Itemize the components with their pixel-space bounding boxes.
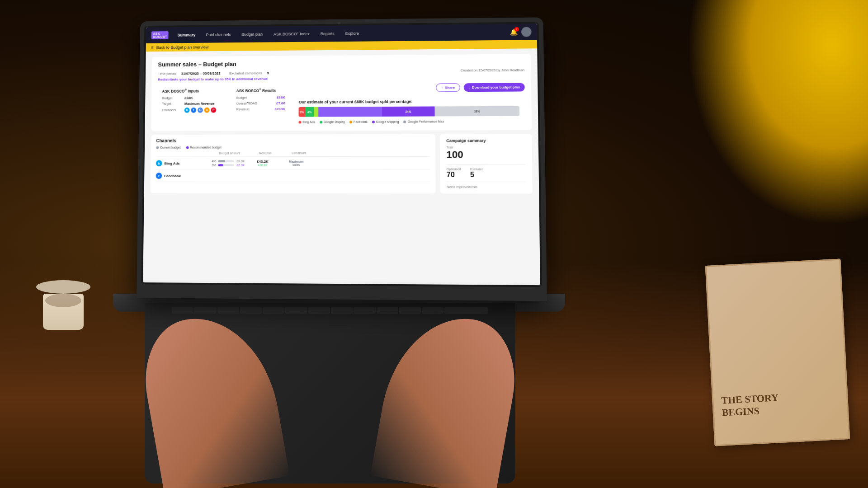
bing-current-track: [218, 160, 234, 162]
bottom-row: Channels Current budget Recommended budg…: [150, 134, 533, 194]
channels-legend: Current budget Recommended budget: [156, 145, 430, 149]
nav-summary[interactable]: Summary: [175, 32, 197, 38]
bing-constraint: Maximum sales: [281, 160, 312, 166]
channel-row-bing: b Bing Ads 4% £3.0K: [156, 157, 430, 170]
bing-recommended-pct: 3%: [209, 164, 216, 167]
budget-value: £68K: [184, 96, 193, 100]
col-budget-amount: Budget amount: [212, 151, 248, 155]
coffee-cup-area: [36, 280, 90, 330]
legend-bing: Bing Ads: [298, 120, 315, 123]
bing-name: Bing Ads: [164, 161, 179, 165]
cup: [43, 294, 84, 330]
google-icon: G: [198, 108, 203, 113]
bar-small: [314, 107, 318, 117]
page-title: Summer sales – Budget plan: [158, 58, 524, 68]
page-header: Summer sales – Budget plan Time period 3…: [151, 54, 532, 131]
logo-box: ASK BOSCO°: [151, 31, 169, 39]
bing-icon: b: [184, 108, 190, 113]
time-period-label: Time period: [158, 72, 176, 76]
share-icon: ↑: [441, 85, 443, 89]
meta-row: Time period 31/07/2023 – 05/08/2023 Excl…: [158, 68, 524, 75]
channels-label: Channels: [162, 108, 182, 112]
inputs-results-chart-row: ASK BOSCO® Inputs Budget £68K Target Max…: [157, 83, 525, 127]
campaign-total-value: 100: [446, 149, 525, 160]
yellow-chair-bg: [687, 0, 868, 226]
results-budget-value: £68K: [277, 95, 285, 99]
legend-perfmax-dot: [404, 120, 406, 123]
optimised-value: 70: [447, 171, 461, 179]
time-period-group: Time period 31/07/2023 – 05/08/2023: [158, 70, 221, 76]
channels-row: Channels b f G a P: [162, 107, 224, 113]
excluded-cs-label: Excluded: [470, 168, 483, 171]
legend-recommended: Recommended budget: [186, 146, 221, 149]
nav-reports[interactable]: Reports: [319, 31, 336, 37]
download-icon: ↓: [468, 85, 470, 89]
nav-index[interactable]: ASK BOSCO° Index: [272, 31, 311, 38]
bing-budget-val: £3.0K: [236, 160, 245, 163]
app-ui: ASK BOSCO° Summary Paid channels Budget …: [143, 23, 540, 285]
nav-paid-channels[interactable]: Paid channels: [204, 32, 233, 38]
fb-name: Facebook: [164, 174, 181, 178]
share-button[interactable]: ↑ Share: [436, 83, 460, 92]
results-roas-label: Overall ROAS: [236, 101, 257, 105]
laptop-camera: [338, 22, 340, 24]
budget-split-box: Our estimate of your current £68K budget…: [293, 95, 525, 127]
bing-revenue-col: £43.2K +£0.2K: [245, 160, 280, 167]
target-label: Target: [162, 102, 182, 106]
excluded-cs-value: 5: [470, 171, 483, 179]
user-avatar[interactable]: [521, 27, 532, 37]
cs-excluded-group: Excluded 5: [470, 168, 484, 179]
channels-title: Channels: [156, 138, 429, 143]
bing-bars: 4% £3.0K 3%: [209, 160, 245, 167]
nav-budget-plan[interactable]: Budget plan: [240, 31, 264, 38]
results-revenue-label: Revenue: [236, 107, 250, 111]
budget-split-title: Our estimate of your current £68K budget…: [299, 99, 519, 104]
bing-revenue-delta: +£0.2K: [245, 164, 280, 167]
target-value: Maximum Revenue: [184, 102, 215, 106]
redistribute-amount: 35K: [225, 77, 231, 81]
current-dot: [156, 146, 159, 149]
bar-purple: [318, 107, 382, 117]
breadcrumb-icon: ≡: [151, 45, 154, 50]
legend-perf-max: Google Performance Max: [404, 120, 444, 123]
bar-perf-max: 38%: [435, 106, 519, 117]
cs-divider2: [447, 182, 526, 182]
main-content: Summer sales – Budget plan Time period 3…: [143, 48, 540, 283]
target-row: Target Maximum Revenue: [162, 102, 224, 106]
cs-divider1: [447, 164, 526, 165]
bar-google-shipping: 24%: [382, 106, 435, 116]
bing-recommended-bar-row: 3% £2.3K: [209, 164, 245, 167]
optimised-label: Optimised: [447, 168, 461, 171]
budget-row: Budget £68K: [162, 96, 224, 100]
bing-ch-icon: b: [156, 160, 162, 166]
redistribute-text: Redistribute your budget to make up to 3…: [158, 75, 525, 81]
bing-revenue-main: £43.2K: [245, 160, 280, 164]
fb-name-col: f Facebook: [156, 173, 209, 179]
col-constraint: Constraint: [283, 151, 315, 155]
cs-optimised-group: Optimised 70: [447, 168, 461, 179]
results-revenue-value: £789K: [275, 107, 285, 111]
nav-right: 🔔 7: [510, 27, 532, 37]
legend-google-shipping: Google shipping: [372, 120, 399, 123]
excluded-campaigns-group: Excluded campaigns 5: [229, 70, 269, 75]
download-button[interactable]: ↓ Download your budget plan: [463, 83, 524, 92]
bing-rec-budget-val: £2.3K: [236, 164, 245, 167]
nav-explore[interactable]: Explore: [344, 30, 361, 37]
saucer: [36, 280, 90, 294]
channel-table-header: Budget amount Revenue Constraint: [156, 151, 430, 157]
bing-current-pct: 4%: [209, 160, 217, 163]
stacked-bar: 3% 4% 24% 38%: [299, 106, 520, 117]
amazon-icon: a: [204, 108, 210, 113]
chart-legend: Bing Ads Google Display Fa: [298, 120, 519, 124]
bing-recommended-track: [218, 164, 234, 166]
legend-current: Current budget: [156, 146, 180, 149]
campaign-summary-title: Campaign summary: [446, 138, 525, 143]
budget-label: Budget: [162, 96, 182, 100]
notification-bell[interactable]: 🔔 7: [510, 28, 518, 36]
bing-recommended-fill: [218, 164, 223, 166]
keyboard-keys: [145, 303, 515, 319]
results-budget-row: Budget £68K: [236, 95, 285, 99]
results-roas-row: Overall ROAS £7.60: [236, 101, 285, 105]
channels-section: Channels Current budget Recommended budg…: [150, 134, 435, 194]
breadcrumb-text[interactable]: Back to Budget plan overview: [156, 45, 208, 50]
